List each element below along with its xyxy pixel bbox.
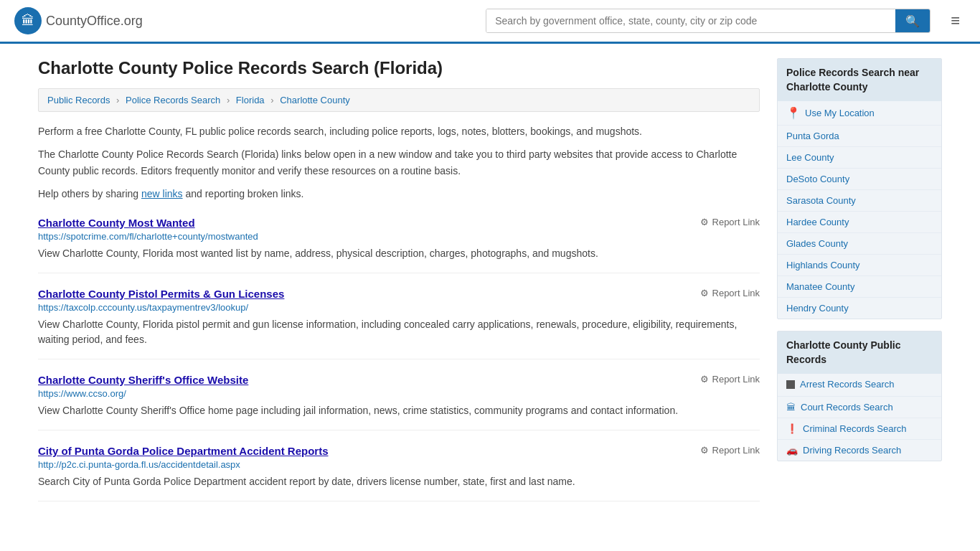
sidebar-item-highlands-county[interactable]: Highlands County xyxy=(778,254,941,276)
description-2: The Charlotte County Police Records Sear… xyxy=(38,146,760,179)
criminal-records-icon: ❗ xyxy=(786,423,798,434)
sidebar-item-desoto-county[interactable]: DeSoto County xyxy=(778,168,941,189)
breadcrumb-charlotte-county[interactable]: Charlotte County xyxy=(280,95,350,105)
nearby-section: Police Records Search near Charlotte Cou… xyxy=(777,58,942,319)
breadcrumb: Public Records › Police Records Search ›… xyxy=(38,88,760,112)
result-title[interactable]: Charlotte County Pistol Permits & Gun Li… xyxy=(38,288,284,300)
logo-icon: 🏛 xyxy=(14,7,42,34)
new-links-link[interactable]: new links xyxy=(141,188,183,199)
result-desc: Search City of Punta Gorda Police Depart… xyxy=(38,474,760,489)
breadcrumb-florida[interactable]: Florida xyxy=(236,95,265,105)
sidebar-item-sarasota-county[interactable]: Sarasota County xyxy=(778,189,941,211)
driving-records-icon: 🚗 xyxy=(786,445,798,456)
sidebar-item-arrest-records[interactable]: Arrest Records Search xyxy=(778,374,941,396)
sidebar-item-driving-records[interactable]: 🚗 Driving Records Search xyxy=(778,439,941,461)
logo-link[interactable]: 🏛 CountyOffice.org xyxy=(14,7,143,34)
nearby-section-title: Police Records Search near Charlotte Cou… xyxy=(778,59,941,101)
description-3: Help others by sharing new links and rep… xyxy=(38,186,760,202)
search-bar: 🔍 xyxy=(486,9,930,33)
result-title[interactable]: Charlotte County Most Wanted xyxy=(38,217,195,229)
arrest-records-icon xyxy=(786,380,795,389)
sidebar-item-punta-gorda[interactable]: Punta Gorda xyxy=(778,125,941,146)
result-title[interactable]: City of Punta Gorda Police Department Ac… xyxy=(38,445,329,457)
location-pin-icon: 📍 xyxy=(786,106,801,120)
description-1: Perform a free Charlotte County, FL publ… xyxy=(38,123,760,139)
result-title[interactable]: Charlotte County Sheriff's Office Websit… xyxy=(38,374,248,386)
result-url: http://p2c.ci.punta-gorda.fl.us/accident… xyxy=(38,459,760,470)
search-button[interactable]: 🔍 xyxy=(895,9,930,32)
result-entry: Charlotte County Sheriff's Office Websit… xyxy=(38,374,760,430)
result-desc: View Charlotte County Sheriff's Office h… xyxy=(38,403,760,418)
report-link-button[interactable]: ⚙ Report Link xyxy=(700,374,760,385)
header: 🏛 CountyOffice.org 🔍 ≡ xyxy=(0,0,980,44)
sidebar-item-hendry-county[interactable]: Hendry County xyxy=(778,297,941,319)
page-title: Charlotte County Police Records Search (… xyxy=(38,58,760,78)
result-entry: Charlotte County Most Wanted ⚙ Report Li… xyxy=(38,217,760,273)
menu-button[interactable]: ≡ xyxy=(945,9,966,33)
sidebar: Police Records Search near Charlotte Cou… xyxy=(777,58,942,501)
use-my-location-link[interactable]: 📍 Use My Location xyxy=(778,101,941,125)
result-desc: View Charlotte County, Florida most want… xyxy=(38,246,760,261)
report-link-button[interactable]: ⚙ Report Link xyxy=(700,288,760,298)
result-entry: Charlotte County Pistol Permits & Gun Li… xyxy=(38,288,760,359)
sidebar-item-manatee-county[interactable]: Manatee County xyxy=(778,276,941,297)
breadcrumb-police-records[interactable]: Police Records Search xyxy=(126,95,220,105)
sidebar-item-glades-county[interactable]: Glades County xyxy=(778,232,941,254)
public-records-section: Charlotte County Public Records Arrest R… xyxy=(777,331,942,461)
report-icon: ⚙ xyxy=(700,217,709,227)
breadcrumb-public-records[interactable]: Public Records xyxy=(47,95,110,105)
result-url: https://taxcolp.cccounty.us/taxpaymentre… xyxy=(38,302,760,313)
logo-text: CountyOffice.org xyxy=(46,14,143,29)
search-input[interactable] xyxy=(486,9,895,32)
sidebar-item-lee-county[interactable]: Lee County xyxy=(778,146,941,168)
sidebar-item-hardee-county[interactable]: Hardee County xyxy=(778,211,941,232)
result-entry: City of Punta Gorda Police Department Ac… xyxy=(38,445,760,501)
public-records-section-title: Charlotte County Public Records xyxy=(778,331,941,374)
report-icon: ⚙ xyxy=(700,288,709,298)
result-url: https://spotcrime.com/fl/charlotte+count… xyxy=(38,231,760,242)
result-url: https://www.ccso.org/ xyxy=(38,388,760,399)
report-icon: ⚙ xyxy=(700,445,709,456)
court-records-icon: 🏛 xyxy=(786,402,796,413)
sidebar-item-criminal-records[interactable]: ❗ Criminal Records Search xyxy=(778,418,941,439)
page-container: Charlotte County Police Records Search (… xyxy=(24,44,956,516)
report-link-button[interactable]: ⚙ Report Link xyxy=(700,217,760,227)
sidebar-item-court-records[interactable]: 🏛 Court Records Search xyxy=(778,396,941,418)
report-link-button[interactable]: ⚙ Report Link xyxy=(700,445,760,456)
result-desc: View Charlotte County, Florida pistol pe… xyxy=(38,317,760,347)
main-content: Charlotte County Police Records Search (… xyxy=(38,58,760,501)
report-icon: ⚙ xyxy=(700,374,709,385)
